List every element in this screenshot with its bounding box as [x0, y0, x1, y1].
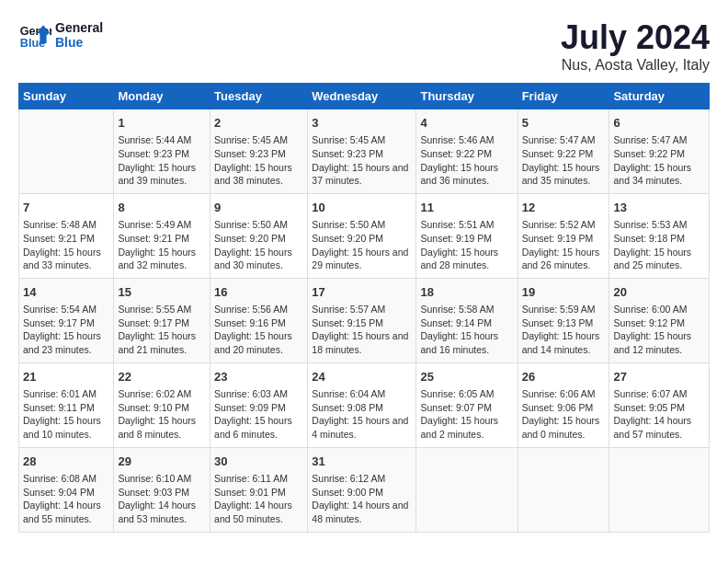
day-number: 22 — [118, 369, 206, 385]
calendar-cell: 24 Sunrise: 6:04 AMSunset: 9:08 PMDaylig… — [308, 362, 416, 447]
cell-info: Sunrise: 5:44 AMSunset: 9:23 PMDaylight:… — [118, 133, 206, 188]
day-number: 12 — [522, 200, 606, 216]
logo-general: General — [55, 20, 103, 35]
day-number: 4 — [420, 115, 513, 132]
day-number: 31 — [312, 454, 412, 470]
day-number: 16 — [214, 284, 303, 301]
title-area: July 2024 Nus, Aosta Valley, Italy — [561, 18, 710, 74]
cell-info: Sunrise: 6:03 AMSunset: 9:09 PMDaylight:… — [214, 387, 303, 442]
day-number: 2 — [214, 115, 303, 132]
day-number: 29 — [118, 454, 206, 470]
calendar-cell: 30 Sunrise: 6:11 AMSunset: 9:01 PMDaylig… — [210, 447, 308, 532]
cell-info: Sunrise: 5:58 AMSunset: 9:14 PMDaylight:… — [420, 303, 513, 357]
cell-info: Sunrise: 5:50 AMSunset: 9:20 PMDaylight:… — [312, 218, 412, 272]
cell-info: Sunrise: 5:50 AMSunset: 9:20 PMDaylight:… — [214, 218, 303, 272]
calendar-cell: 1 Sunrise: 5:44 AMSunset: 9:23 PMDayligh… — [114, 109, 210, 194]
week-row-5: 28 Sunrise: 6:08 AMSunset: 9:04 PMDaylig… — [19, 447, 710, 532]
day-number: 9 — [214, 200, 303, 216]
cell-info: Sunrise: 5:45 AMSunset: 9:23 PMDaylight:… — [312, 133, 412, 188]
day-number: 10 — [312, 200, 412, 216]
calendar-cell: 7 Sunrise: 5:48 AMSunset: 9:21 PMDayligh… — [19, 193, 114, 278]
cell-info: Sunrise: 6:06 AMSunset: 9:06 PMDaylight:… — [522, 387, 606, 442]
cell-info: Sunrise: 5:56 AMSunset: 9:16 PMDaylight:… — [214, 303, 303, 357]
week-row-2: 7 Sunrise: 5:48 AMSunset: 9:21 PMDayligh… — [19, 193, 710, 278]
cell-info: Sunrise: 6:02 AMSunset: 9:10 PMDaylight:… — [118, 387, 206, 442]
cell-info: Sunrise: 5:53 AMSunset: 9:18 PMDaylight:… — [613, 218, 705, 272]
calendar-cell: 5 Sunrise: 5:47 AMSunset: 9:22 PMDayligh… — [518, 109, 609, 194]
day-number: 6 — [613, 115, 705, 132]
day-number: 26 — [522, 369, 606, 385]
cell-info: Sunrise: 5:52 AMSunset: 9:19 PMDaylight:… — [522, 218, 606, 272]
day-number: 15 — [118, 284, 206, 301]
calendar-cell — [518, 447, 609, 532]
calendar-cell: 19 Sunrise: 5:59 AMSunset: 9:13 PMDaylig… — [518, 278, 609, 362]
calendar-cell: 23 Sunrise: 6:03 AMSunset: 9:09 PMDaylig… — [210, 362, 308, 447]
cell-info: Sunrise: 5:48 AMSunset: 9:21 PMDaylight:… — [23, 218, 109, 272]
calendar-cell: 27 Sunrise: 6:07 AMSunset: 9:05 PMDaylig… — [609, 362, 710, 447]
header-cell-sunday: Sunday — [19, 84, 114, 109]
day-number: 11 — [420, 200, 513, 216]
cell-info: Sunrise: 5:54 AMSunset: 9:17 PMDaylight:… — [23, 303, 109, 357]
calendar-cell: 29 Sunrise: 6:10 AMSunset: 9:03 PMDaylig… — [114, 447, 210, 532]
day-number: 23 — [214, 369, 303, 385]
cell-info: Sunrise: 5:57 AMSunset: 9:15 PMDaylight:… — [312, 303, 412, 357]
calendar-cell: 26 Sunrise: 6:06 AMSunset: 9:06 PMDaylig… — [518, 362, 609, 447]
day-number: 17 — [312, 284, 412, 301]
week-row-3: 14 Sunrise: 5:54 AMSunset: 9:17 PMDaylig… — [19, 278, 710, 362]
cell-info: Sunrise: 5:59 AMSunset: 9:13 PMDaylight:… — [522, 303, 606, 357]
calendar-cell: 20 Sunrise: 6:00 AMSunset: 9:12 PMDaylig… — [609, 278, 710, 362]
calendar-cell — [19, 109, 114, 194]
logo-blue: Blue — [55, 35, 103, 50]
calendar-cell: 9 Sunrise: 5:50 AMSunset: 9:20 PMDayligh… — [210, 193, 308, 278]
header: General Blue General Blue July 2024 Nus,… — [18, 18, 710, 74]
day-number: 3 — [312, 115, 412, 132]
calendar-cell — [609, 447, 710, 532]
calendar-cell: 16 Sunrise: 5:56 AMSunset: 9:16 PMDaylig… — [210, 278, 308, 362]
calendar-cell: 22 Sunrise: 6:02 AMSunset: 9:10 PMDaylig… — [114, 362, 210, 447]
calendar-cell: 2 Sunrise: 5:45 AMSunset: 9:23 PMDayligh… — [210, 109, 308, 194]
day-number: 27 — [613, 369, 705, 385]
cell-info: Sunrise: 6:04 AMSunset: 9:08 PMDaylight:… — [312, 387, 412, 442]
calendar-cell: 18 Sunrise: 5:58 AMSunset: 9:14 PMDaylig… — [416, 278, 518, 362]
header-cell-tuesday: Tuesday — [210, 84, 308, 109]
cell-info: Sunrise: 6:11 AMSunset: 9:01 PMDaylight:… — [214, 472, 303, 526]
week-row-4: 21 Sunrise: 6:01 AMSunset: 9:11 PMDaylig… — [19, 362, 710, 447]
calendar-cell: 12 Sunrise: 5:52 AMSunset: 9:19 PMDaylig… — [518, 193, 609, 278]
calendar-cell: 17 Sunrise: 5:57 AMSunset: 9:15 PMDaylig… — [308, 278, 416, 362]
cell-info: Sunrise: 6:10 AMSunset: 9:03 PMDaylight:… — [118, 472, 206, 526]
cell-info: Sunrise: 5:49 AMSunset: 9:21 PMDaylight:… — [118, 218, 206, 272]
cell-info: Sunrise: 5:45 AMSunset: 9:23 PMDaylight:… — [214, 133, 303, 188]
day-number: 18 — [420, 284, 513, 301]
cell-info: Sunrise: 6:00 AMSunset: 9:12 PMDaylight:… — [613, 303, 705, 357]
calendar-cell: 25 Sunrise: 6:05 AMSunset: 9:07 PMDaylig… — [416, 362, 518, 447]
calendar-cell: 31 Sunrise: 6:12 AMSunset: 9:00 PMDaylig… — [308, 447, 416, 532]
calendar-cell: 8 Sunrise: 5:49 AMSunset: 9:21 PMDayligh… — [114, 193, 210, 278]
calendar-cell: 15 Sunrise: 5:55 AMSunset: 9:17 PMDaylig… — [114, 278, 210, 362]
cell-info: Sunrise: 5:47 AMSunset: 9:22 PMDaylight:… — [613, 133, 705, 188]
calendar-cell: 28 Sunrise: 6:08 AMSunset: 9:04 PMDaylig… — [19, 447, 114, 532]
header-cell-thursday: Thursday — [416, 84, 518, 109]
day-number: 28 — [23, 454, 109, 470]
calendar-cell: 4 Sunrise: 5:46 AMSunset: 9:22 PMDayligh… — [416, 109, 518, 194]
day-number: 8 — [118, 200, 206, 216]
cell-info: Sunrise: 5:51 AMSunset: 9:19 PMDaylight:… — [420, 218, 513, 272]
cell-info: Sunrise: 6:08 AMSunset: 9:04 PMDaylight:… — [23, 472, 109, 526]
sub-title: Nus, Aosta Valley, Italy — [561, 57, 710, 74]
calendar-cell: 3 Sunrise: 5:45 AMSunset: 9:23 PMDayligh… — [308, 109, 416, 194]
header-cell-monday: Monday — [114, 84, 210, 109]
calendar-cell: 10 Sunrise: 5:50 AMSunset: 9:20 PMDaylig… — [308, 193, 416, 278]
cell-info: Sunrise: 5:55 AMSunset: 9:17 PMDaylight:… — [118, 303, 206, 357]
day-number: 1 — [118, 115, 206, 132]
day-number: 20 — [613, 284, 705, 301]
week-row-1: 1 Sunrise: 5:44 AMSunset: 9:23 PMDayligh… — [19, 109, 710, 194]
logo: General Blue General Blue — [18, 18, 103, 52]
calendar-cell: 21 Sunrise: 6:01 AMSunset: 9:11 PMDaylig… — [19, 362, 114, 447]
cell-info: Sunrise: 6:12 AMSunset: 9:00 PMDaylight:… — [312, 472, 412, 526]
day-number: 5 — [522, 115, 606, 132]
calendar-cell: 13 Sunrise: 5:53 AMSunset: 9:18 PMDaylig… — [609, 193, 710, 278]
calendar-table: SundayMondayTuesdayWednesdayThursdayFrid… — [18, 83, 710, 533]
day-number: 24 — [312, 369, 412, 385]
main-title: July 2024 — [561, 18, 710, 57]
calendar-cell: 6 Sunrise: 5:47 AMSunset: 9:22 PMDayligh… — [609, 109, 710, 194]
day-number: 21 — [23, 369, 109, 385]
